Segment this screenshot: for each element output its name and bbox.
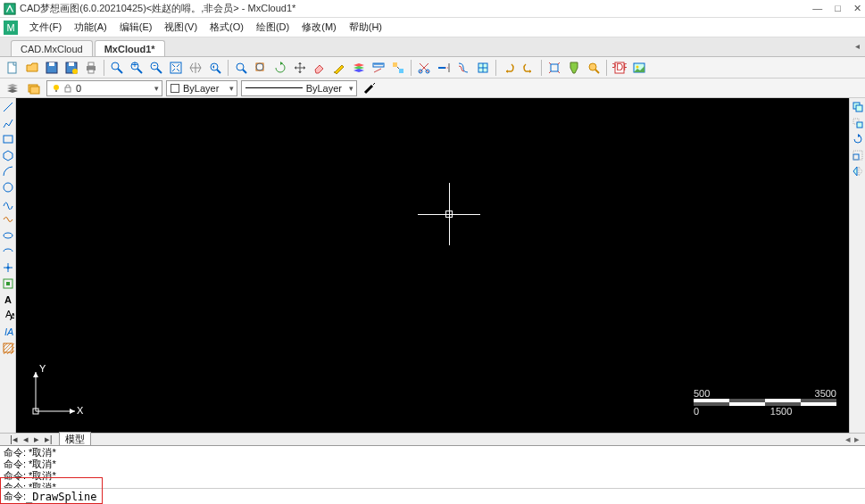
drawing-canvas[interactable]: Y X 5003500 01500 [16, 98, 849, 433]
svg-point-27 [334, 71, 336, 73]
explode-icon[interactable] [545, 59, 563, 77]
zoom-out-icon[interactable]: - [147, 59, 165, 77]
scale-icon[interactable] [851, 148, 865, 162]
color-icon[interactable] [330, 59, 348, 77]
tab-right-next-icon[interactable]: ▸ [854, 434, 860, 445]
svg-rect-48 [65, 87, 71, 92]
mirror-icon[interactable] [851, 164, 865, 178]
svg-point-23 [237, 63, 244, 70]
svg-rect-45 [30, 87, 39, 94]
linetype-dropdown[interactable]: ByLayer [241, 80, 357, 96]
command-prompt: 命令: [4, 490, 26, 503]
save-icon[interactable] [43, 59, 61, 77]
matchprop-icon[interactable] [389, 59, 407, 77]
menu-view[interactable]: 视图(V) [158, 19, 204, 36]
svg-rect-71 [857, 122, 862, 128]
insert-block-icon[interactable] [1, 277, 15, 291]
scale-bar: 5003500 01500 [694, 388, 836, 417]
polygon-icon[interactable] [1, 148, 15, 162]
move-side-icon[interactable] [851, 116, 865, 130]
rotate-icon[interactable] [851, 132, 865, 146]
rect-icon[interactable] [1, 132, 15, 146]
color-dropdown[interactable]: ByLayer [166, 80, 237, 96]
menu-func[interactable]: 功能(A) [68, 19, 113, 36]
tabs-overflow-icon[interactable]: ◂ [855, 41, 860, 51]
open-icon[interactable] [23, 59, 41, 77]
svg-point-8 [72, 69, 78, 74]
layer-dropdown[interactable]: 0 [46, 80, 162, 96]
find-icon[interactable] [585, 59, 603, 77]
polyline-icon[interactable] [1, 116, 15, 130]
pan-icon[interactable] [187, 59, 204, 77]
minimize-button[interactable]: — [812, 3, 822, 14]
svg-text:A: A [4, 294, 12, 305]
text-icon[interactable]: A [1, 293, 15, 307]
menu-modify[interactable]: 修改(M) [295, 19, 343, 36]
hatch-icon[interactable] [1, 341, 15, 355]
zoom-all-icon[interactable] [252, 59, 270, 77]
tab-last-icon[interactable]: ▸| [42, 434, 55, 445]
ellipse-icon[interactable] [1, 228, 15, 243]
saveas-icon[interactable] [62, 59, 80, 77]
layer-prev-icon[interactable] [25, 79, 43, 97]
move-icon[interactable] [291, 59, 309, 77]
maximize-button[interactable]: □ [835, 3, 841, 14]
command-input[interactable] [26, 491, 861, 503]
redo-icon[interactable] [520, 59, 537, 77]
svg-point-12 [112, 62, 119, 70]
undo-icon[interactable] [500, 59, 518, 77]
spline-icon[interactable] [1, 196, 15, 211]
menu-file[interactable]: 文件(F) [23, 19, 68, 36]
svg-rect-37 [551, 64, 558, 71]
menu-format[interactable]: 格式(O) [204, 19, 250, 36]
menu-help[interactable]: 帮助(H) [343, 19, 388, 36]
svg-rect-7 [69, 62, 74, 66]
image-icon[interactable] [630, 59, 648, 77]
svg-text:X: X [77, 405, 84, 416]
print-icon[interactable] [82, 59, 100, 77]
ruler-icon[interactable] [370, 59, 387, 77]
layer-filter-icon[interactable] [4, 79, 21, 97]
svg-rect-30 [399, 69, 403, 73]
tab-next-icon[interactable]: ▸ [31, 434, 42, 445]
erase-icon[interactable] [311, 59, 329, 77]
menu-draw[interactable]: 绘图(D) [250, 19, 295, 36]
dim-icon[interactable]: IA [1, 325, 15, 339]
extend-icon[interactable] [435, 59, 453, 77]
color-swatch [171, 84, 179, 93]
line-icon[interactable] [1, 100, 15, 114]
zoom-prev-icon[interactable] [206, 59, 224, 77]
lineweight-icon[interactable] [361, 79, 378, 97]
tab-right-prev-icon[interactable]: ◂ [845, 434, 851, 445]
regen-icon[interactable] [271, 59, 289, 77]
doc-tab-1[interactable]: MxCloud1* [95, 40, 165, 56]
point-icon[interactable] [1, 260, 15, 275]
zoom-realtime-icon[interactable] [232, 59, 250, 77]
close-button[interactable]: ✕ [853, 3, 861, 14]
trim-icon[interactable] [415, 59, 433, 77]
mtext-icon[interactable]: AA [1, 309, 15, 323]
svg-line-22 [217, 70, 220, 73]
svg-rect-3 [8, 62, 16, 73]
window-title: CAD梦想画图(6.0.20210425)<姓赵的嘚。,非会员> - MxClo… [20, 2, 812, 15]
menu-edit[interactable]: 编辑(E) [113, 19, 159, 36]
pdf-icon[interactable]: PDF [611, 59, 628, 77]
zoom-window-icon[interactable] [108, 59, 126, 77]
doc-tab-0[interactable]: CAD.MxCloud [11, 40, 93, 56]
ellipse-arc-icon[interactable] [1, 244, 15, 259]
copy-icon[interactable] [851, 100, 865, 114]
tab-first-icon[interactable]: |◂ [7, 434, 21, 445]
block-icon[interactable] [474, 59, 492, 77]
svg-text:IA: IA [4, 326, 13, 337]
new-icon[interactable] [4, 59, 21, 77]
offset-icon[interactable] [454, 59, 472, 77]
spline2-icon[interactable] [1, 212, 15, 227]
layers-icon[interactable] [350, 59, 368, 77]
zoom-extent-icon[interactable] [167, 59, 185, 77]
tab-prev-icon[interactable]: ◂ [21, 434, 31, 445]
zoom-in-icon[interactable]: + [128, 59, 146, 77]
circle-icon[interactable] [1, 180, 15, 194]
svg-point-51 [4, 183, 12, 192]
arc-icon[interactable] [1, 164, 15, 178]
paint-icon[interactable] [565, 59, 583, 77]
